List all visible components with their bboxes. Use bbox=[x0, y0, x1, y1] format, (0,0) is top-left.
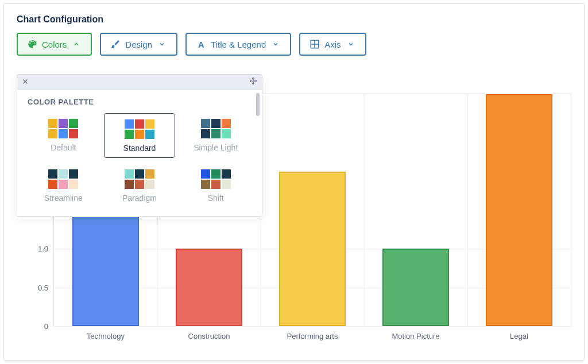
x-tick-label: Technology bbox=[87, 326, 125, 340]
palette-option-simple-light[interactable]: Simple Light bbox=[180, 113, 252, 158]
axis-button-label: Axis bbox=[324, 40, 341, 49]
x-tick-label: Construction bbox=[188, 326, 230, 340]
close-icon[interactable] bbox=[22, 77, 29, 87]
palette-option-shift[interactable]: Shift bbox=[180, 164, 252, 207]
bar bbox=[176, 249, 242, 326]
grid-icon bbox=[310, 39, 320, 49]
config-toolbar: Colors Design A Title & Legend bbox=[4, 33, 584, 61]
x-tick-label: Legal bbox=[510, 326, 528, 340]
x-tick-label: Motion Picture bbox=[392, 326, 439, 340]
palette-name: Standard bbox=[123, 144, 156, 153]
design-button-label: Design bbox=[125, 40, 152, 49]
axis-button[interactable]: Axis bbox=[299, 33, 366, 56]
palette-option-streamline[interactable]: Streamline bbox=[28, 164, 99, 207]
palette-option-standard[interactable]: Standard bbox=[104, 113, 176, 158]
palette-swatch bbox=[201, 169, 231, 189]
y-tick-label: 0 bbox=[44, 322, 54, 331]
chevron-down-icon bbox=[346, 39, 356, 49]
popup-scrollbar[interactable] bbox=[256, 93, 260, 116]
grid-col bbox=[467, 94, 468, 326]
color-palette-popup: COLOR PALETTE DefaultStandardSimple Ligh… bbox=[17, 74, 262, 217]
y-tick-label: 1.0 bbox=[38, 245, 54, 253]
chevron-up-icon bbox=[71, 39, 82, 49]
title-legend-button-label: Title & Legend bbox=[211, 40, 266, 49]
palette-grid: DefaultStandardSimple LightStreamlinePar… bbox=[28, 113, 252, 207]
chevron-down-icon bbox=[270, 39, 281, 49]
chevron-down-icon bbox=[157, 39, 167, 49]
bar bbox=[486, 94, 552, 326]
colors-button-label: Colors bbox=[42, 40, 67, 49]
palette-swatch bbox=[201, 119, 231, 138]
panel-title: Chart Configuration bbox=[4, 4, 584, 33]
title-legend-button[interactable]: A Title & Legend bbox=[185, 33, 291, 56]
palette-name: Default bbox=[51, 143, 76, 152]
y-tick-label: 0.5 bbox=[38, 283, 54, 292]
colors-button[interactable]: Colors bbox=[17, 33, 92, 56]
palette-name: Paradigm bbox=[122, 193, 157, 203]
brush-icon bbox=[110, 39, 121, 49]
palette-name: Simple Light bbox=[194, 143, 238, 152]
popup-header[interactable] bbox=[17, 75, 262, 90]
chart-config-panel: Chart Configuration Colors Design A Titl… bbox=[3, 3, 585, 361]
palette-option-default[interactable]: Default bbox=[28, 113, 99, 158]
palette-icon bbox=[27, 39, 37, 49]
palette-swatch bbox=[48, 169, 78, 189]
palette-swatch bbox=[48, 119, 78, 138]
design-button[interactable]: Design bbox=[100, 33, 177, 56]
popup-section-label: COLOR PALETTE bbox=[28, 98, 252, 106]
palette-name: Shift bbox=[208, 193, 224, 203]
palette-name: Streamline bbox=[44, 193, 83, 203]
x-tick-label: Performing arts bbox=[287, 326, 338, 340]
bar bbox=[279, 172, 345, 326]
move-icon[interactable] bbox=[249, 77, 257, 87]
grid-col bbox=[364, 94, 365, 326]
palette-option-paradigm[interactable]: Paradigm bbox=[104, 164, 176, 207]
letter-a-icon: A bbox=[196, 39, 206, 49]
palette-swatch bbox=[125, 119, 154, 139]
palette-swatch bbox=[125, 169, 154, 189]
bar bbox=[382, 249, 448, 326]
